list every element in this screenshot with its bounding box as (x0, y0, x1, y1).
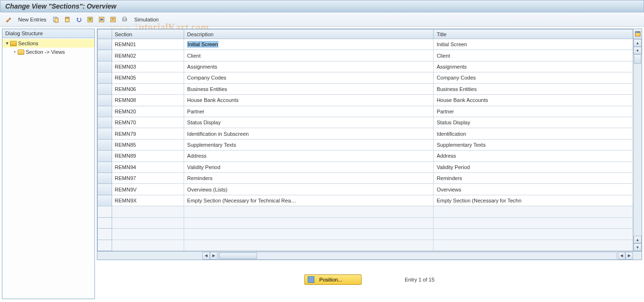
cell-section[interactable]: REMN97 (112, 173, 184, 184)
table-row[interactable]: REMN02ClientClient (98, 50, 633, 61)
scroll-down2-icon[interactable]: ▼ (634, 243, 642, 251)
horizontal-scrollbar[interactable]: ◀ ▶ ◀ ▶ (97, 252, 642, 260)
table-row[interactable]: REMN03AssignmentsAssignments (98, 61, 633, 72)
row-selector[interactable] (98, 195, 112, 206)
row-selector[interactable] (98, 173, 112, 184)
cell-section[interactable]: REMN01 (112, 39, 184, 50)
cell-description[interactable]: Validity Period (184, 161, 434, 172)
cell-title[interactable]: Identification (434, 128, 633, 139)
row-selector[interactable] (98, 184, 112, 195)
cell-section[interactable]: REMN94 (112, 161, 184, 172)
cell-section[interactable]: REMN03 (112, 61, 184, 72)
row-selector[interactable] (98, 128, 112, 139)
cell-section[interactable]: REMN9X (112, 195, 184, 206)
cell-title[interactable]: Assignments (434, 61, 633, 72)
cell-description[interactable]: Overviews (Lists) (184, 184, 434, 195)
cell-title[interactable]: House Bank Accounts (434, 95, 633, 106)
print-icon[interactable] (120, 15, 129, 24)
row-selector[interactable] (98, 39, 112, 50)
scroll-up2-icon[interactable]: ▲ (634, 236, 642, 243)
cell-description[interactable]: Company Codes (184, 72, 434, 83)
cell-description[interactable]: Initial Screen (184, 39, 434, 50)
select-block-icon[interactable] (97, 15, 106, 24)
tree-node-sections[interactable]: ▼ Sections (2, 39, 94, 48)
cell-title[interactable]: Partner (434, 106, 633, 117)
delete-icon[interactable] (62, 15, 72, 24)
scroll-left-icon[interactable]: ◀ (202, 252, 210, 260)
row-selector[interactable] (98, 151, 112, 161)
cell-title[interactable]: Initial Screen (434, 39, 633, 50)
column-header-section[interactable]: Section (112, 30, 184, 39)
table-row[interactable]: REMN05Company CodesCompany Codes (98, 72, 633, 83)
copy-icon[interactable] (51, 15, 61, 24)
cell-title[interactable]: Reminders (434, 173, 633, 184)
table-row[interactable]: REMN08House Bank AccountsHouse Bank Acco… (98, 95, 633, 106)
cell-description[interactable]: Partner (184, 106, 434, 117)
scroll-down-icon[interactable]: ▼ (634, 47, 642, 54)
cell-title[interactable]: Validity Period (434, 161, 633, 172)
row-selector[interactable] (98, 106, 112, 117)
cell-description[interactable]: Reminders (184, 173, 434, 184)
cell-description[interactable]: Address (184, 151, 434, 161)
table-row[interactable]: REMN85Supplementary TextsSupplementary T… (98, 139, 633, 150)
cell-section[interactable]: REMN02 (112, 50, 184, 61)
cell-section[interactable]: REMN20 (112, 106, 184, 117)
scroll-right-icon[interactable]: ▶ (210, 252, 218, 260)
cell-section[interactable]: REMN89 (112, 151, 184, 161)
table-row[interactable]: REMN9VOverviews (Lists)Overviews (98, 184, 633, 195)
column-header-title[interactable]: Title (434, 30, 633, 39)
row-selector[interactable] (98, 139, 112, 150)
table-settings-icon[interactable] (633, 29, 642, 39)
cell-description[interactable]: Empty Section (Necessary for Technical R… (184, 195, 434, 206)
vertical-scrollbar[interactable]: ▲ ▼ ▲ ▼ (633, 39, 642, 251)
cell-description[interactable]: Supplementary Texts (184, 139, 434, 150)
cell-title[interactable]: Client (434, 50, 633, 61)
cell-description[interactable]: Assignments (184, 61, 434, 72)
scroll-left2-icon[interactable]: ◀ (618, 252, 625, 260)
cell-section[interactable]: REMN06 (112, 83, 184, 94)
cell-description[interactable]: Identification in Subscreen (184, 128, 434, 139)
table-row[interactable]: REMN97RemindersReminders (98, 173, 633, 184)
row-selector[interactable] (98, 83, 112, 94)
row-selector-header[interactable] (98, 30, 112, 39)
cell-section[interactable]: REMN9V (112, 184, 184, 195)
cell-description[interactable]: Business Entities (184, 83, 434, 94)
cell-description[interactable]: House Bank Accounts (184, 95, 434, 106)
simulation-button[interactable]: Simulation (131, 16, 161, 23)
row-selector[interactable] (98, 161, 112, 172)
table-row[interactable]: REMN79Identification in SubscreenIdentif… (98, 128, 633, 139)
table-row[interactable]: REMN01Initial ScreenInitial Screen (98, 39, 633, 50)
cell-title[interactable]: Supplementary Texts (434, 139, 633, 150)
cell-description[interactable]: Client (184, 50, 434, 61)
cell-description[interactable]: Status Display (184, 117, 434, 128)
cell-section[interactable]: REMN70 (112, 117, 184, 128)
table-row[interactable]: REMN9XEmpty Section (Necessary for Techn… (98, 195, 633, 206)
deselect-all-icon[interactable] (108, 15, 118, 24)
undo-icon[interactable] (74, 15, 83, 24)
table-row[interactable]: REMN70Status DisplayStatus Display (98, 117, 633, 128)
row-selector[interactable] (98, 117, 112, 128)
cell-title[interactable]: Status Display (434, 117, 633, 128)
table-row[interactable]: REMN06Business EntitiesBusiness Entities (98, 83, 633, 94)
table-row[interactable]: REMN20PartnerPartner (98, 106, 633, 117)
cell-section[interactable]: REMN05 (112, 72, 184, 83)
select-all-icon[interactable] (85, 15, 95, 24)
cell-title[interactable]: Company Codes (434, 72, 633, 83)
cell-title[interactable]: Business Entities (434, 83, 633, 94)
toggle-change-icon[interactable] (4, 15, 13, 24)
cell-section[interactable]: REMN08 (112, 95, 184, 106)
row-selector[interactable] (98, 72, 112, 83)
row-selector[interactable] (98, 61, 112, 72)
table-row[interactable]: REMN94Validity PeriodValidity Period (98, 161, 633, 172)
tree-node-section-views[interactable]: • Section -> Views (2, 48, 94, 56)
cell-title[interactable]: Overviews (434, 184, 633, 195)
column-header-description[interactable]: Description (184, 30, 434, 39)
new-entries-button[interactable]: New Entries (15, 16, 49, 23)
cell-title[interactable]: Address (434, 151, 633, 161)
collapse-icon[interactable]: ▼ (4, 41, 10, 46)
row-selector[interactable] (98, 95, 112, 106)
scroll-up-icon[interactable]: ▲ (634, 39, 642, 47)
scroll-right2-icon[interactable]: ▶ (625, 252, 633, 260)
cell-title[interactable]: Empty Section (Necessary for Techn (434, 195, 633, 206)
row-selector[interactable] (98, 50, 112, 61)
